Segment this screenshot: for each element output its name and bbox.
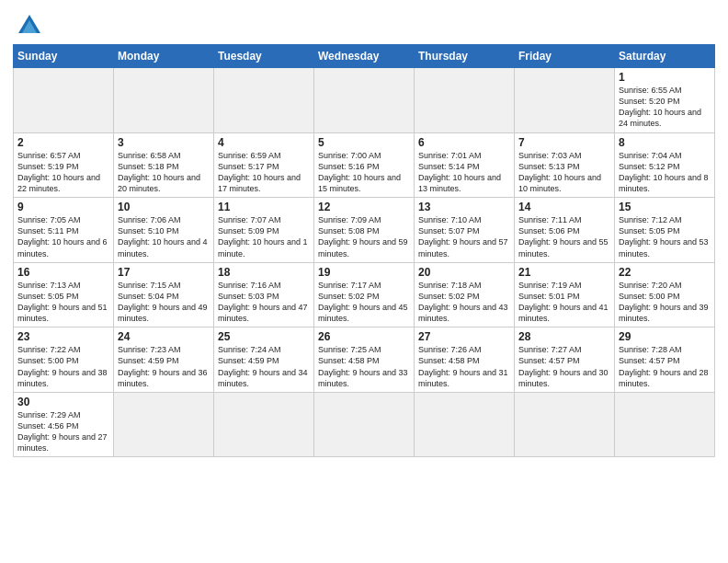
week-row-3: 9Sunrise: 7:05 AM Sunset: 5:11 PM Daylig… (14, 198, 715, 263)
calendar-cell: 30Sunrise: 7:29 AM Sunset: 4:56 PM Dayli… (14, 392, 114, 457)
week-row-2: 2Sunrise: 6:57 AM Sunset: 5:19 PM Daylig… (14, 132, 715, 198)
day-info: Sunrise: 7:29 AM Sunset: 4:56 PM Dayligh… (17, 409, 109, 454)
calendar-cell (314, 392, 415, 457)
calendar-cell: 4Sunrise: 6:59 AM Sunset: 5:17 PM Daylig… (214, 132, 314, 198)
calendar-cell: 8Sunrise: 7:04 AM Sunset: 5:12 PM Daylig… (615, 132, 715, 198)
day-number: 10 (118, 201, 210, 213)
logo-icon (17, 13, 42, 39)
day-number: 25 (218, 330, 310, 343)
day-info: Sunrise: 6:59 AM Sunset: 5:17 PM Dayligh… (218, 150, 310, 195)
calendar-cell: 10Sunrise: 7:06 AM Sunset: 5:10 PM Dayli… (114, 198, 214, 263)
weekday-header-thursday: Thursday (415, 45, 515, 68)
day-number: 23 (17, 330, 109, 343)
calendar-cell (415, 68, 515, 133)
day-info: Sunrise: 7:10 AM Sunset: 5:07 PM Dayligh… (418, 214, 510, 259)
day-number: 27 (418, 330, 510, 343)
day-number: 7 (518, 136, 610, 149)
day-info: Sunrise: 7:22 AM Sunset: 5:00 PM Dayligh… (17, 344, 109, 389)
calendar-cell: 24Sunrise: 7:23 AM Sunset: 4:59 PM Dayli… (114, 327, 214, 393)
day-number: 13 (418, 201, 510, 213)
day-info: Sunrise: 7:07 AM Sunset: 5:09 PM Dayligh… (218, 214, 310, 259)
calendar-cell: 11Sunrise: 7:07 AM Sunset: 5:09 PM Dayli… (214, 198, 314, 263)
calendar-cell: 26Sunrise: 7:25 AM Sunset: 4:58 PM Dayli… (314, 327, 415, 393)
calendar-cell: 21Sunrise: 7:19 AM Sunset: 5:01 PM Dayli… (515, 262, 615, 327)
calendar-cell: 5Sunrise: 7:00 AM Sunset: 5:16 PM Daylig… (314, 132, 415, 198)
calendar-cell (114, 68, 214, 133)
day-number: 26 (318, 330, 410, 343)
day-info: Sunrise: 7:05 AM Sunset: 5:11 PM Dayligh… (17, 214, 109, 259)
calendar-cell (615, 392, 715, 457)
week-row-4: 16Sunrise: 7:13 AM Sunset: 5:05 PM Dayli… (14, 262, 715, 327)
day-info: Sunrise: 7:04 AM Sunset: 5:12 PM Dayligh… (619, 150, 711, 195)
day-info: Sunrise: 6:55 AM Sunset: 5:20 PM Dayligh… (619, 85, 711, 130)
calendar-cell (515, 392, 615, 457)
day-info: Sunrise: 7:03 AM Sunset: 5:13 PM Dayligh… (518, 150, 610, 195)
calendar-cell: 12Sunrise: 7:09 AM Sunset: 5:08 PM Dayli… (314, 198, 415, 263)
day-info: Sunrise: 7:25 AM Sunset: 4:58 PM Dayligh… (318, 344, 410, 389)
day-number: 20 (418, 266, 510, 279)
calendar-cell: 16Sunrise: 7:13 AM Sunset: 5:05 PM Dayli… (14, 262, 114, 327)
calendar-cell: 22Sunrise: 7:20 AM Sunset: 5:00 PM Dayli… (615, 262, 715, 327)
day-info: Sunrise: 7:18 AM Sunset: 5:02 PM Dayligh… (418, 280, 510, 325)
day-number: 9 (17, 201, 109, 213)
calendar-cell: 28Sunrise: 7:27 AM Sunset: 4:57 PM Dayli… (515, 327, 615, 393)
day-number: 18 (218, 266, 310, 279)
calendar-cell: 25Sunrise: 7:24 AM Sunset: 4:59 PM Dayli… (214, 327, 314, 393)
day-number: 8 (619, 136, 711, 149)
day-info: Sunrise: 7:15 AM Sunset: 5:04 PM Dayligh… (118, 280, 210, 325)
day-number: 4 (218, 136, 310, 149)
day-number: 21 (518, 266, 610, 279)
calendar-cell: 29Sunrise: 7:28 AM Sunset: 4:57 PM Dayli… (615, 327, 715, 393)
calendar-cell: 15Sunrise: 7:12 AM Sunset: 5:05 PM Dayli… (615, 198, 715, 263)
day-number: 22 (619, 266, 711, 279)
day-number: 11 (218, 201, 310, 213)
weekday-header-row: SundayMondayTuesdayWednesdayThursdayFrid… (14, 45, 715, 68)
day-number: 24 (118, 330, 210, 343)
day-info: Sunrise: 7:01 AM Sunset: 5:14 PM Dayligh… (418, 150, 510, 195)
day-number: 12 (318, 201, 410, 213)
calendar-cell: 6Sunrise: 7:01 AM Sunset: 5:14 PM Daylig… (415, 132, 515, 198)
day-info: Sunrise: 7:19 AM Sunset: 5:01 PM Dayligh… (518, 280, 610, 325)
day-info: Sunrise: 6:57 AM Sunset: 5:19 PM Dayligh… (17, 150, 109, 195)
day-number: 29 (619, 330, 711, 343)
day-info: Sunrise: 7:00 AM Sunset: 5:16 PM Dayligh… (318, 150, 410, 195)
calendar-cell: 23Sunrise: 7:22 AM Sunset: 5:00 PM Dayli… (14, 327, 114, 393)
day-number: 14 (518, 201, 610, 213)
calendar-cell: 3Sunrise: 6:58 AM Sunset: 5:18 PM Daylig… (114, 132, 214, 198)
calendar-cell (515, 68, 615, 133)
header (13, 9, 715, 39)
calendar: SundayMondayTuesdayWednesdayThursdayFrid… (13, 44, 715, 457)
calendar-cell: 7Sunrise: 7:03 AM Sunset: 5:13 PM Daylig… (515, 132, 615, 198)
day-number: 6 (418, 136, 510, 149)
weekday-header-sunday: Sunday (14, 45, 114, 68)
day-number: 3 (118, 136, 210, 149)
weekday-header-wednesday: Wednesday (314, 45, 415, 68)
calendar-cell: 2Sunrise: 6:57 AM Sunset: 5:19 PM Daylig… (14, 132, 114, 198)
day-number: 15 (619, 201, 711, 213)
calendar-cell (114, 392, 214, 457)
calendar-cell: 17Sunrise: 7:15 AM Sunset: 5:04 PM Dayli… (114, 262, 214, 327)
day-info: Sunrise: 7:13 AM Sunset: 5:05 PM Dayligh… (17, 280, 109, 325)
day-info: Sunrise: 7:26 AM Sunset: 4:58 PM Dayligh… (418, 344, 510, 389)
calendar-cell (415, 392, 515, 457)
calendar-cell: 9Sunrise: 7:05 AM Sunset: 5:11 PM Daylig… (14, 198, 114, 263)
day-info: Sunrise: 7:17 AM Sunset: 5:02 PM Dayligh… (318, 280, 410, 325)
day-number: 30 (17, 396, 109, 408)
calendar-cell (14, 68, 114, 133)
logo-area (13, 9, 42, 39)
day-info: Sunrise: 7:23 AM Sunset: 4:59 PM Dayligh… (118, 344, 210, 389)
calendar-cell: 1Sunrise: 6:55 AM Sunset: 5:20 PM Daylig… (615, 68, 715, 133)
day-number: 19 (318, 266, 410, 279)
day-info: Sunrise: 7:16 AM Sunset: 5:03 PM Dayligh… (218, 280, 310, 325)
week-row-1: 1Sunrise: 6:55 AM Sunset: 5:20 PM Daylig… (14, 68, 715, 133)
week-row-5: 23Sunrise: 7:22 AM Sunset: 5:00 PM Dayli… (14, 327, 715, 393)
day-number: 1 (619, 71, 711, 84)
day-info: Sunrise: 6:58 AM Sunset: 5:18 PM Dayligh… (118, 150, 210, 195)
day-info: Sunrise: 7:24 AM Sunset: 4:59 PM Dayligh… (218, 344, 310, 389)
weekday-header-friday: Friday (515, 45, 615, 68)
page: SundayMondayTuesdayWednesdayThursdayFrid… (0, 0, 728, 563)
day-info: Sunrise: 7:09 AM Sunset: 5:08 PM Dayligh… (318, 214, 410, 259)
day-number: 28 (518, 330, 610, 343)
day-info: Sunrise: 7:11 AM Sunset: 5:06 PM Dayligh… (518, 214, 610, 259)
day-info: Sunrise: 7:20 AM Sunset: 5:00 PM Dayligh… (619, 280, 711, 325)
